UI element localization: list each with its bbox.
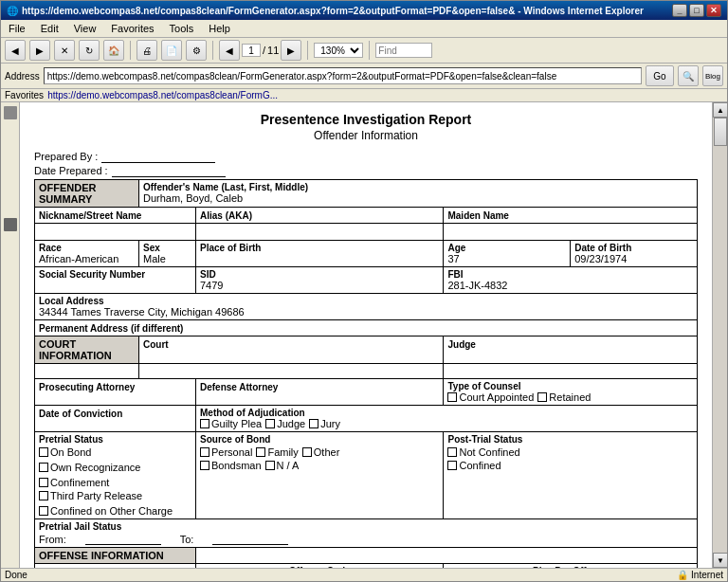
sep4 xyxy=(369,41,370,60)
page-current-input[interactable]: 1 xyxy=(242,44,261,57)
find-input[interactable] xyxy=(375,43,432,58)
personal-checkbox[interactable] xyxy=(200,447,209,457)
on-bond-checkbox[interactable] xyxy=(39,447,48,457)
confinement-checkbox[interactable] xyxy=(39,478,48,487)
na-item: N / A xyxy=(265,460,300,471)
next-page-button[interactable]: ▶ xyxy=(281,40,301,61)
offender-summary-label: OFFENDER SUMMARY xyxy=(35,180,139,208)
other-item: Other xyxy=(302,446,340,458)
retained-checkbox[interactable] xyxy=(537,392,547,402)
menu-edit[interactable]: Edit xyxy=(37,22,63,35)
offender-name-value: Durham, Boyd, Caleb xyxy=(143,192,693,204)
not-confined-checkbox[interactable] xyxy=(447,447,457,457)
zoom-select[interactable]: 130% 100% 75% 150% xyxy=(314,43,363,58)
favorites-url[interactable]: https://demo.webcompas8.net/compas8clean… xyxy=(47,90,278,100)
age-value: 37 xyxy=(447,253,566,264)
sep1 xyxy=(130,41,131,60)
go-button[interactable]: Go xyxy=(646,65,674,86)
source-of-bond-cell: Source of Bond Personal Family xyxy=(196,432,444,519)
judge-adj-label: Judge xyxy=(277,418,305,429)
ssn-row: Social Security Number SID 7479 FBI 281-… xyxy=(35,267,698,294)
date-prepared-label: Date Prepared : xyxy=(34,165,108,176)
blog-button[interactable]: Blog xyxy=(702,65,723,86)
court-appointed-checkbox[interactable] xyxy=(447,392,457,402)
confined-item: Confined xyxy=(447,460,500,471)
dob-inner-cell: Date of Birth 09/23/1974 xyxy=(571,241,697,266)
page-total: 11 xyxy=(267,45,279,56)
title-bar-buttons[interactable]: _ □ ✕ xyxy=(672,4,721,17)
confinement-item: Confinement xyxy=(39,477,109,488)
court-value-cell xyxy=(139,364,444,379)
menu-tools[interactable]: Tools xyxy=(166,22,198,35)
address-input[interactable] xyxy=(44,67,642,84)
na-checkbox[interactable] xyxy=(265,461,275,470)
ssn-cell: Social Security Number xyxy=(35,267,196,294)
menu-view[interactable]: View xyxy=(70,22,100,35)
maximize-button[interactable]: □ xyxy=(689,4,704,17)
scroll-down-button[interactable]: ▼ xyxy=(713,553,727,568)
search-icon[interactable]: 🔍 xyxy=(678,65,699,86)
to-field[interactable] xyxy=(212,534,288,545)
scroll-thumb[interactable] xyxy=(714,118,727,146)
alias-value-cell xyxy=(196,224,444,241)
menu-favorites[interactable]: Favorites xyxy=(107,22,157,35)
other-checkbox[interactable] xyxy=(302,447,312,457)
maiden-name-cell: Maiden Name xyxy=(444,208,698,224)
forward-button[interactable]: ▶ xyxy=(29,40,50,61)
browser-sidebar xyxy=(1,102,20,568)
scrollbar[interactable]: ▲ ▼ xyxy=(712,102,727,568)
scroll-track[interactable] xyxy=(713,118,727,553)
personal-label: Personal xyxy=(211,446,252,458)
page-btn[interactable]: 📄 xyxy=(161,40,182,61)
local-address-value: 34344 Tames Traverse City, Michigan 4968… xyxy=(39,306,693,318)
minimize-button[interactable]: _ xyxy=(672,4,687,17)
pretrial-status-cell: Pretrial Status On Bond Own Recognizance xyxy=(35,432,196,519)
menu-help[interactable]: Help xyxy=(205,22,234,35)
prepared-by-label: Prepared By : xyxy=(34,151,98,162)
na-label: N / A xyxy=(277,460,300,471)
stop-button[interactable]: ✕ xyxy=(54,40,75,61)
nickname-values-row xyxy=(35,224,698,241)
status-bar: Done 🔒 Internet xyxy=(1,568,727,581)
prosecuting-cell: Prosecuting Attorney xyxy=(35,379,196,406)
menu-file[interactable]: File xyxy=(5,22,29,35)
offense-info-label: OFFENSE INFORMATION xyxy=(35,548,196,564)
permanent-address-row: Permanent Address (if different) xyxy=(35,320,698,336)
own-recognizance-label: Own Recognizance xyxy=(50,462,140,473)
sex-value: Male xyxy=(143,253,191,264)
jury-checkbox[interactable] xyxy=(309,419,318,428)
tools-btn[interactable]: ⚙ xyxy=(186,40,207,61)
family-checkbox[interactable] xyxy=(256,447,265,457)
confined-checkbox[interactable] xyxy=(447,461,457,470)
sidebar-icon-1[interactable] xyxy=(4,106,17,119)
refresh-button[interactable]: ↻ xyxy=(79,40,100,61)
prev-page-button[interactable]: ◀ xyxy=(219,40,240,61)
third-party-release-checkbox[interactable] xyxy=(39,491,48,500)
conviction-row: Date of Conviction Method of Adjudicatio… xyxy=(35,406,698,432)
from-field[interactable] xyxy=(85,534,161,545)
own-recognizance-checkbox[interactable] xyxy=(39,463,48,472)
print-button[interactable]: 🖨 xyxy=(136,40,157,61)
court-cell: Court xyxy=(139,336,444,364)
race-cell: Race African-American xyxy=(35,241,139,267)
address-bar: Address Go 🔍 Blog xyxy=(1,64,727,89)
bondsman-checkbox[interactable] xyxy=(200,461,209,470)
pretrial-row2: Third Party Release Confined on Other Ch… xyxy=(39,490,191,517)
offense-info-empty xyxy=(196,548,698,564)
date-prepared-field[interactable] xyxy=(112,164,226,177)
prepared-by-field[interactable] xyxy=(101,150,215,163)
confinement-label: Confinement xyxy=(50,477,109,488)
confined-other-charge-label: Confined on Other Charge xyxy=(50,505,173,517)
sidebar-icon-2[interactable] xyxy=(4,218,17,231)
guilty-plea-checkbox[interactable] xyxy=(200,419,209,428)
home-button[interactable]: 🏠 xyxy=(103,40,124,61)
own-recognizance-item: Own Recognizance xyxy=(39,462,140,473)
close-button[interactable]: ✕ xyxy=(706,4,721,17)
confined-other-charge-checkbox[interactable] xyxy=(39,506,48,516)
sep3 xyxy=(307,41,308,60)
to-label: To: xyxy=(180,534,194,545)
judge-adj-checkbox[interactable] xyxy=(265,419,275,428)
scroll-up-button[interactable]: ▲ xyxy=(713,102,727,118)
back-button[interactable]: ◀ xyxy=(5,40,26,61)
third-party-release-label: Third Party Release xyxy=(50,490,142,501)
